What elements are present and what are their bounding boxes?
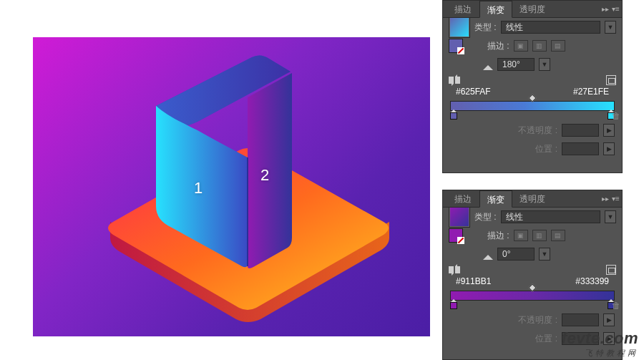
opacity-field[interactable] [562, 313, 599, 326]
delete-stop-icon[interactable]: 🗑 [612, 111, 620, 120]
gradient-stop-left[interactable] [450, 299, 457, 309]
tab-stroke[interactable]: 描边 [447, 190, 479, 208]
apply-stroke-label: 描边 : [487, 230, 509, 242]
reverse-gradient-icon[interactable] [449, 77, 460, 84]
stop-left-hex: #911BB1 [456, 276, 491, 289]
tab-gradient[interactable]: 渐变 [479, 190, 512, 208]
stroke-swatch[interactable] [449, 228, 463, 243]
tab-transparency[interactable]: 透明度 [512, 1, 553, 18]
angle-icon [483, 60, 493, 70]
panel-tabs: 描边 渐变 透明度 ▸▸ ▾≡ [443, 190, 622, 208]
type-dropdown-arrow[interactable]: ▼ [605, 210, 616, 223]
delete-stop-icon[interactable]: 🗑 [612, 301, 620, 309]
panel-collapse-icon[interactable]: ▸▸ [602, 195, 609, 203]
tab-stroke[interactable]: 描边 [447, 1, 479, 18]
apply-stroke-label: 描边 : [487, 40, 509, 52]
gradient-panel-1: 描边 渐变 透明度 ▸▸ ▾≡ 类型 : 线性 ▼ 描边 : ▣ ▥ ▤ 180… [442, 0, 623, 173]
stroke-mode-1[interactable]: ▣ [514, 40, 528, 52]
panel-menu-icon[interactable]: ▾≡ [612, 6, 619, 13]
opacity-field[interactable] [562, 124, 599, 137]
tab-gradient[interactable]: 渐变 [479, 1, 512, 18]
angle-field[interactable]: 180° [497, 58, 535, 71]
gradient-track[interactable]: 🗑 [450, 291, 615, 311]
stop-right-hex: #333399 [575, 276, 609, 289]
angle-dropdown[interactable]: ▼ [539, 58, 550, 71]
aspect-ratio-icon[interactable] [606, 75, 616, 85]
opacity-dropdown[interactable]: ▶ [603, 313, 615, 326]
panel-menu-icon[interactable]: ▾≡ [612, 195, 619, 203]
stroke-mode-3[interactable]: ▤ [551, 230, 565, 241]
artboard: 1 2 [33, 37, 430, 336]
gradient-swatch[interactable] [449, 16, 470, 38]
position-field[interactable] [562, 332, 599, 345]
position-dropdown[interactable]: ▶ [603, 142, 615, 155]
gradient-stop-left[interactable] [450, 110, 457, 120]
stroke-swatch[interactable] [449, 39, 463, 53]
type-label: 类型 : [474, 211, 497, 223]
type-dropdown[interactable]: 线性 [501, 210, 600, 223]
stop-right-hex: #27E1FE [573, 87, 609, 99]
position-field[interactable] [562, 142, 599, 155]
iso-artwork [33, 37, 430, 336]
stroke-mode-2[interactable]: ▥ [532, 40, 547, 52]
angle-field[interactable]: 0° [497, 248, 535, 261]
stroke-mode-2[interactable]: ▥ [532, 230, 547, 241]
angle-dropdown[interactable]: ▼ [539, 248, 550, 261]
stop-left-hex: #625FAF [456, 87, 491, 99]
tab-transparency[interactable]: 透明度 [512, 190, 553, 208]
gradient-swatch[interactable] [449, 206, 470, 228]
type-value: 线性 [506, 211, 523, 223]
opacity-label: 不透明度 : [518, 314, 557, 326]
position-label: 位置 : [535, 143, 557, 155]
angle-icon [483, 250, 493, 260]
opacity-label: 不透明度 : [518, 125, 557, 137]
panel-tabs: 描边 渐变 透明度 ▸▸ ▾≡ [443, 1, 622, 18]
position-dropdown[interactable]: ▶ [603, 332, 615, 345]
type-label: 类型 : [474, 21, 497, 34]
gradient-track[interactable]: 🗑 [450, 101, 615, 121]
stroke-mode-3[interactable]: ▤ [551, 40, 565, 52]
stroke-mode-1[interactable]: ▣ [514, 230, 528, 241]
type-dropdown[interactable]: 线性 [501, 21, 600, 34]
reverse-gradient-icon[interactable] [449, 266, 460, 273]
aspect-ratio-icon[interactable] [606, 265, 616, 275]
type-value: 线性 [506, 21, 523, 33]
angle-value: 0° [502, 248, 510, 260]
opacity-dropdown[interactable]: ▶ [603, 124, 615, 137]
type-dropdown-arrow[interactable]: ▼ [605, 21, 616, 34]
angle-value: 180° [502, 59, 520, 70]
position-label: 位置 : [535, 333, 557, 345]
gradient-panel-2: 描边 渐变 透明度 ▸▸ ▾≡ 类型 : 线性 ▼ 描边 : ▣ ▥ ▤ 0° … [442, 190, 623, 360]
panel-collapse-icon[interactable]: ▸▸ [602, 6, 609, 13]
